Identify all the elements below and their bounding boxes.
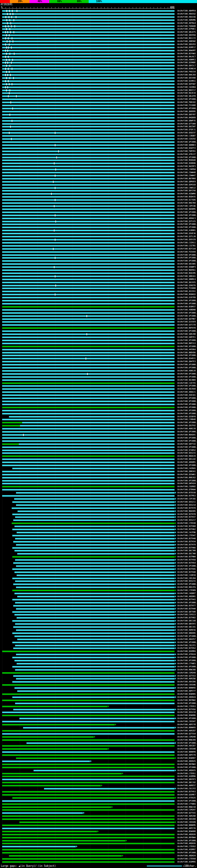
hit-label[interactable]: UniRef100_A9U156 bbox=[177, 16, 197, 19]
hit-label[interactable]: UniRef100_A2QM96 bbox=[177, 775, 197, 778]
hit-label[interactable]: UniRef100_UP1000... bbox=[177, 479, 197, 483]
hit-label[interactable]: UniRef100_UP1000... bbox=[177, 376, 197, 379]
hit-label[interactable]: UniRef100_C7E947 bbox=[177, 534, 197, 537]
hit-label[interactable]: UniRef100_B9GEZ4 bbox=[177, 455, 197, 458]
hit-label[interactable]: UniRef100_Q5EV29 bbox=[177, 238, 197, 241]
alignment-bar[interactable] bbox=[2, 785, 101, 786]
alignment-bar[interactable] bbox=[20, 718, 174, 719]
alignment-bar[interactable] bbox=[2, 736, 94, 738]
alignment-bar[interactable] bbox=[14, 526, 174, 527]
alignment-bar[interactable] bbox=[2, 398, 174, 399]
alignment-bar[interactable] bbox=[2, 117, 174, 119]
hit-label[interactable]: UniRef100_A9N5J8 bbox=[177, 370, 197, 373]
hit-label[interactable]: UniRef100_Q29NDE bbox=[177, 61, 197, 64]
alignment-bar[interactable] bbox=[44, 788, 174, 789]
hit-label[interactable]: UniRef100_B4G7B4 bbox=[177, 202, 197, 205]
alignment-bar[interactable] bbox=[2, 23, 174, 24]
hit-label[interactable]: UniRef100_UP1000... bbox=[177, 141, 197, 144]
hit-label[interactable]: UniRef100_Q7QFJ1 bbox=[177, 128, 197, 131]
hit-label[interactable]: UniRef100_UP1000... bbox=[177, 440, 197, 443]
hit-label[interactable]: UniRef100_UP1000... bbox=[177, 107, 197, 110]
alignment-bar[interactable] bbox=[14, 498, 174, 500]
hit-label[interactable]: UniRef100_Q0C192 bbox=[177, 781, 197, 784]
alignment-bar[interactable] bbox=[2, 693, 174, 695]
alignment-bar[interactable] bbox=[9, 855, 122, 857]
alignment-bar[interactable] bbox=[2, 834, 174, 835]
alignment-bar[interactable] bbox=[2, 315, 174, 317]
alignment-bar[interactable] bbox=[15, 516, 174, 518]
alignment-bar[interactable] bbox=[2, 187, 174, 189]
alignment-bar[interactable] bbox=[23, 727, 174, 728]
hit-label[interactable]: UniRef100_B3TH48 bbox=[177, 571, 197, 574]
alignment-bar[interactable] bbox=[2, 754, 174, 756]
alignment-bar[interactable] bbox=[2, 364, 174, 366]
hit-label[interactable]: UniRef100_Q55215 bbox=[177, 580, 197, 583]
alignment-bar[interactable] bbox=[2, 59, 174, 61]
hit-label[interactable]: UniRef100_A8Q924 bbox=[177, 696, 197, 699]
alignment-bar[interactable] bbox=[2, 407, 174, 408]
hit-label[interactable]: UniRef100_UP1000... bbox=[177, 665, 197, 669]
alignment-bar[interactable] bbox=[2, 809, 174, 811]
alignment-bar[interactable] bbox=[22, 422, 174, 423]
alignment-bar[interactable] bbox=[2, 31, 174, 33]
hit-label[interactable]: UniRef100_B8NKM5 bbox=[177, 824, 197, 827]
alignment-bar[interactable] bbox=[2, 367, 174, 369]
hit-label[interactable]: UniRef100_A8PCY7 bbox=[177, 690, 197, 693]
hit-label[interactable]: UniRef100_UP1000... bbox=[177, 254, 197, 257]
alignment-bar[interactable] bbox=[2, 376, 174, 378]
alignment-bar[interactable] bbox=[2, 379, 174, 381]
hit-label[interactable]: UniRef100_C5WW48 bbox=[177, 171, 197, 174]
hit-label[interactable]: UniRef100_A9V2D8 bbox=[177, 818, 197, 821]
hit-label[interactable]: UniRef100_UP1000... bbox=[177, 421, 197, 424]
alignment-bar[interactable] bbox=[2, 385, 174, 387]
hit-label[interactable]: UniRef100_UP1000... bbox=[177, 430, 197, 434]
alignment-bar[interactable] bbox=[2, 62, 174, 63]
hit-label[interactable]: UniRef100_B8NKM2 bbox=[177, 687, 197, 690]
alignment-bar[interactable] bbox=[2, 291, 174, 292]
alignment-bar[interactable] bbox=[2, 764, 174, 765]
alignment-bar[interactable] bbox=[2, 800, 174, 802]
alignment-bar[interactable] bbox=[12, 568, 174, 570]
alignment-bar[interactable] bbox=[2, 846, 76, 847]
alignment-bar[interactable] bbox=[2, 260, 174, 262]
alignment-bar[interactable] bbox=[2, 306, 174, 308]
hit-label[interactable]: UniRef100_UP1000... bbox=[177, 363, 197, 366]
alignment-bar[interactable] bbox=[2, 141, 174, 143]
hit-label[interactable]: UniRef100_B8NKM3 bbox=[177, 726, 197, 730]
alignment-bar[interactable] bbox=[12, 696, 174, 698]
hit-label[interactable]: UniRef100_Q61XV5 bbox=[177, 281, 197, 284]
hit-label[interactable]: UniRef100_A5K3U1 bbox=[177, 394, 197, 397]
hit-label[interactable]: UniRef100_Q6EY07 bbox=[177, 113, 197, 116]
hit-label[interactable]: UniRef100_Q56FF2 bbox=[177, 147, 197, 150]
alignment-bar[interactable] bbox=[2, 446, 174, 448]
hit-label[interactable]: UniRef100_Q3UE36 bbox=[177, 232, 197, 235]
alignment-bar[interactable] bbox=[2, 462, 174, 463]
alignment-bar[interactable] bbox=[12, 620, 174, 622]
alignment-bar[interactable] bbox=[2, 321, 174, 323]
hit-label[interactable]: UniRef100_B4LRC7 bbox=[177, 55, 197, 59]
hit-label[interactable]: UniRef100_UP1000... bbox=[177, 406, 197, 409]
alignment-bar[interactable] bbox=[16, 608, 174, 610]
alignment-bar[interactable] bbox=[2, 465, 174, 466]
alignment-bar[interactable] bbox=[2, 343, 174, 344]
alignment-bar[interactable] bbox=[2, 95, 174, 97]
hit-label[interactable]: UniRef100_B5D1M5 bbox=[177, 272, 197, 275]
alignment-bar[interactable] bbox=[12, 611, 174, 613]
alignment-bar[interactable] bbox=[2, 828, 174, 829]
alignment-bar[interactable] bbox=[2, 334, 174, 335]
hit-label[interactable]: UniRef100_A6RZQ8 bbox=[177, 815, 197, 818]
alignment-bar[interactable] bbox=[2, 193, 174, 195]
alignment-bar[interactable] bbox=[2, 215, 174, 216]
hit-label[interactable]: UniRef100_Q04TE3 bbox=[177, 360, 197, 363]
alignment-bar[interactable] bbox=[2, 71, 174, 73]
alignment-bar[interactable] bbox=[2, 297, 174, 298]
hit-label[interactable]: UniRef100_Q9C1U8 bbox=[177, 620, 197, 623]
hit-label[interactable]: UniRef100_Q55215 bbox=[177, 452, 197, 455]
alignment-bar[interactable] bbox=[2, 114, 174, 116]
alignment-bar[interactable] bbox=[2, 132, 174, 134]
alignment-bar[interactable] bbox=[2, 324, 174, 326]
alignment-bar[interactable] bbox=[12, 599, 174, 600]
alignment-bar[interactable] bbox=[2, 818, 174, 820]
alignment-bar[interactable] bbox=[2, 26, 174, 27]
alignment-bar[interactable] bbox=[12, 507, 174, 509]
